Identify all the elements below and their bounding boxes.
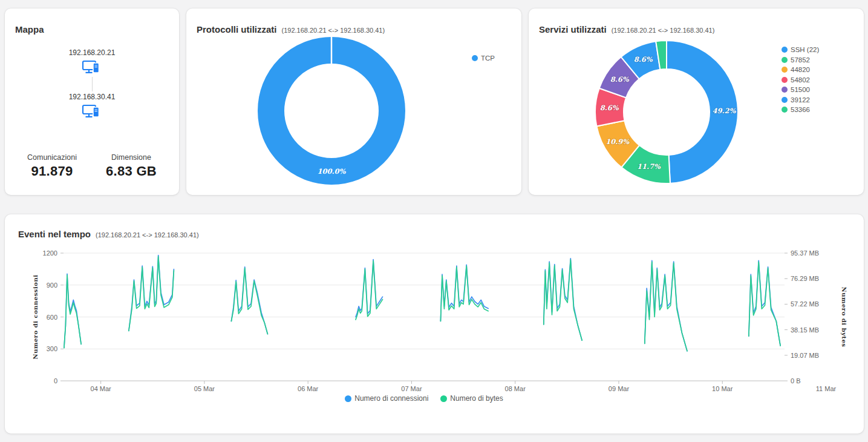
legend-label: 54802 — [791, 76, 810, 84]
series-bytes_mb[interactable] — [749, 262, 780, 346]
legend-item-53366[interactable]: 53366 — [782, 106, 819, 113]
pie-pct-label: 8.6% — [610, 75, 630, 84]
map-stats: Comunicazioni 91.879 Dimensione 6.83 GB — [5, 153, 179, 179]
axis-tick-label: 0 — [54, 377, 57, 384]
legend-label: Numero di connessioni — [354, 394, 428, 403]
legend-label: TCP — [481, 54, 495, 62]
legend-label: 57852 — [791, 56, 810, 64]
axis-tick-label: 600 — [47, 314, 57, 321]
legend-item-44820[interactable]: 44820 — [782, 66, 819, 73]
series-bytes_mb[interactable] — [64, 275, 81, 348]
pie-slice-TCP[interactable] — [271, 50, 392, 171]
axis-tick-label: 19.07 MB — [791, 352, 819, 359]
host-icon — [82, 104, 102, 120]
legend-item-39122[interactable]: 39122 — [782, 96, 819, 104]
legend-label: 51500 — [791, 86, 810, 93]
card-servizi: Servizi utilizzati (192.168.20.21 <-> 19… — [529, 8, 864, 195]
legend-item-TCP[interactable]: TCP — [472, 54, 495, 62]
stat-dimensione-value: 6.83 GB — [106, 163, 157, 179]
series-connections[interactable] — [231, 267, 267, 334]
network-map: 192.168.20.21 192.168.30.41 — [5, 48, 179, 120]
axis-tick-label: 76.29 MB — [791, 275, 819, 282]
map-node-1[interactable]: 192.168.20.21 — [5, 48, 179, 76]
pie-pct-label: 49.2% — [713, 107, 737, 115]
axis-tick-label: 08 Mar — [505, 385, 526, 392]
host-icon — [82, 59, 102, 76]
legend-item-54802[interactable]: 54802 — [782, 76, 819, 84]
axis-tick-label: 0 B — [791, 377, 801, 384]
series-bytes_mb[interactable] — [356, 261, 383, 320]
legend-dot — [782, 107, 788, 113]
series-connections[interactable] — [356, 260, 383, 317]
legend-dot — [345, 395, 351, 402]
legend-item-SSH (22)[interactable]: SSH (22) — [782, 46, 819, 53]
legend-item-Numero di bytes[interactable]: Numero di bytes — [440, 394, 503, 403]
axis-tick-label: 57.22 MB — [791, 300, 819, 308]
series-bytes_mb[interactable] — [440, 266, 488, 321]
legend-dot — [782, 57, 788, 63]
stat-comunicazioni-label: Comunicazioni — [27, 153, 77, 162]
legend-label: 53366 — [791, 106, 810, 113]
card-header-mappa: Mappa — [15, 24, 44, 35]
stat-comunicazioni-value: 91.879 — [27, 163, 77, 179]
series-bytes_mb[interactable] — [129, 257, 174, 331]
legend-dot — [440, 395, 447, 402]
series-bytes_mb[interactable] — [231, 268, 267, 334]
timeline-legend: Numero di connessioniNumero di bytes — [64, 394, 785, 403]
pie-pct-label: 10.9% — [605, 137, 630, 146]
series-bytes_mb[interactable] — [645, 262, 687, 351]
legend-label: SSH (22) — [791, 46, 819, 53]
axis-tick-label: 38.15 MB — [791, 326, 819, 334]
pie-pct-label: 11.7% — [637, 162, 661, 171]
card-mappa: Mappa 192.168.20.21 192.168.30.41 — [5, 8, 179, 195]
map-link-line — [92, 77, 93, 91]
axis-tick-label: 10 Mar — [712, 385, 733, 392]
legend-dot — [782, 97, 788, 103]
protocols-legend: TCP — [472, 54, 495, 62]
pie-pct-label: 100.0% — [318, 167, 347, 176]
node-2-ip-label: 192.168.30.41 — [5, 93, 179, 101]
card-title-mappa: Mappa — [15, 24, 44, 35]
services-legend: SSH (22)578524482054802515003912253366 — [782, 46, 819, 113]
legend-item-Numero di connessioni[interactable]: Numero di connessioni — [345, 394, 428, 403]
axis-tick-label: 900 — [47, 282, 57, 289]
series-bytes_mb[interactable] — [544, 260, 582, 340]
map-node-2[interactable]: 192.168.30.41 — [5, 93, 179, 120]
pie-pct-label: 8.6% — [634, 55, 653, 64]
axis-tick-label: 07 Mar — [401, 385, 422, 392]
axis-tick-label: 04 Mar — [91, 385, 112, 392]
legend-dot — [782, 87, 788, 93]
stat-comunicazioni: Comunicazioni 91.879 — [27, 153, 77, 179]
axis-name: Numero di bytes — [841, 287, 847, 348]
axis-name: Numero di connessioni — [32, 274, 39, 359]
axis-tick-label: 06 Mar — [298, 385, 319, 392]
stat-dimensione-label: Dimensione — [106, 153, 157, 162]
axis-tick-label: 300 — [47, 345, 57, 352]
legend-dot — [782, 67, 788, 73]
legend-item-57852[interactable]: 57852 — [782, 56, 819, 64]
axis-tick-label: 1200 — [43, 249, 57, 257]
legend-label: 44820 — [791, 66, 810, 73]
legend-dot — [782, 47, 788, 53]
card-protocolli: Protocolli utilizzati (192.168.20.21 <->… — [186, 8, 521, 195]
legend-dot — [472, 55, 478, 61]
node-1-ip-label: 192.168.20.21 — [5, 48, 179, 57]
axis-tick-label: 09 Mar — [609, 385, 630, 392]
axis-tick-label: 95.37 MB — [791, 249, 819, 257]
pie-pct-label: 8.6% — [600, 104, 619, 112]
legend-dot — [782, 77, 788, 83]
axis-tick-label: 11 Mar — [816, 385, 837, 392]
card-eventi: Eventi nel tempo (192.168.20.21 <-> 192.… — [5, 214, 864, 434]
axis-tick-label: 05 Mar — [194, 385, 215, 392]
protocols-donut-chart: 100.0% — [186, 28, 521, 195]
stat-dimensione: Dimensione 6.83 GB — [106, 153, 157, 179]
legend-label: Numero di bytes — [450, 394, 503, 403]
legend-label: 39122 — [791, 96, 810, 104]
legend-item-51500[interactable]: 51500 — [782, 86, 819, 93]
